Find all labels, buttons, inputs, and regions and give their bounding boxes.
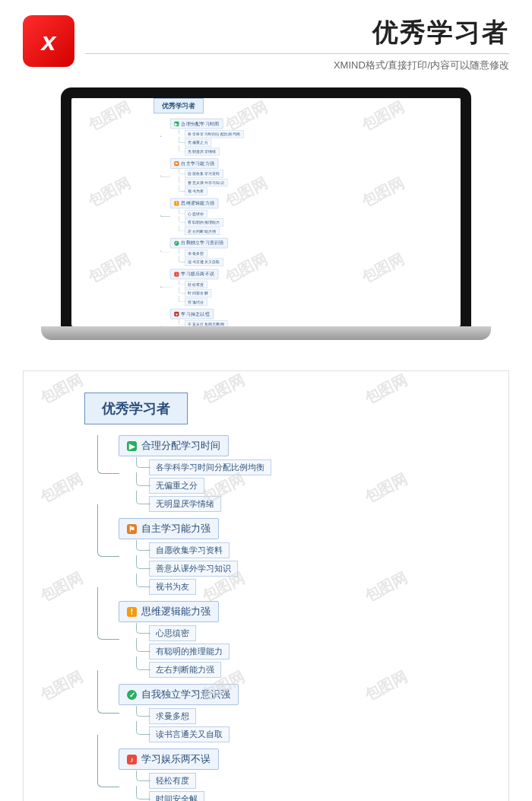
mindmap-branch: ⚑自主学习能力强自愿收集学习资料善意从课外学习知识视书为友 (170, 158, 243, 195)
branch-label: 学习持之以恒 (181, 310, 209, 317)
leaf-node[interactable]: 左右判断能力强 (149, 662, 221, 678)
play-icon: ▶ (174, 121, 179, 126)
mindmap-branch: ♥学习持之以恒不盲从打鱼两天晒网不随波逐流学习意志坚定 (170, 309, 243, 326)
mindmap-large: 优秀学习者▶合理分配学习时间各学科学习时间分配比例均衡无偏重之分无明显厌学情绪⚑… (39, 393, 271, 801)
branch-node[interactable]: ▶合理分配学习时间 (119, 435, 229, 456)
leaf-node[interactable]: 有聪明的推理能力 (185, 218, 223, 226)
branch-node[interactable]: !思维逻辑能力强 (170, 199, 218, 208)
watermark-text: 包图网 (361, 468, 411, 507)
watermark-text: 包图网 (84, 172, 135, 211)
mindmap-small: 优秀学习者▶合理分配学习时间各学科学习时间分配比例均衡无偏重之分无明显厌学情绪⚑… (132, 98, 244, 326)
watermark-text: 包图网 (84, 248, 135, 288)
leaf-node[interactable]: 轻松有度 (185, 281, 207, 288)
leaf-node[interactable]: 求曼多想 (185, 250, 207, 257)
music-icon: ♪ (174, 272, 179, 276)
check-icon: ✓ (127, 690, 137, 700)
leaf-node[interactable]: 视书为友 (185, 188, 207, 195)
mindmap-branch: ⚑自主学习能力强自愿收集学习资料善意从课外学习知识视书为友 (119, 518, 271, 595)
branch-label: 思维逻辑能力强 (181, 200, 214, 207)
watermark-text: 包图网 (84, 98, 135, 136)
watermark-text: 包图网 (358, 172, 408, 211)
branch-label: 学习娱乐两不误 (181, 271, 214, 278)
branch-node[interactable]: ⚑自主学习能力强 (170, 158, 218, 168)
branch-node[interactable]: ▶合理分配学习时间 (170, 119, 223, 129)
branch-label: 自主学习能力强 (181, 161, 214, 167)
leaf-node[interactable]: 自愿收集学习资料 (185, 170, 223, 178)
branch-label: 自主学习能力强 (141, 522, 211, 536)
branch-node[interactable]: ♪学习娱乐两不误 (170, 269, 218, 279)
page-subtitle: XMIND格式/直接打印/内容可以随意修改 (85, 53, 509, 72)
mindmap-root-node[interactable]: 优秀学习者 (154, 98, 203, 113)
leaf-node[interactable]: 善意从课外学习知识 (185, 179, 227, 186)
mindmap-branch: ▶合理分配学习时间各学科学习时间分配比例均衡无偏重之分无明显厌学情绪 (119, 435, 271, 512)
branch-node[interactable]: ♪学习娱乐两不误 (119, 749, 219, 770)
leaf-node[interactable]: 时间安全解 (149, 791, 204, 801)
watermark-text: 包图网 (358, 248, 408, 288)
leaf-node[interactable]: 读书言通关又自取 (185, 259, 223, 266)
info-icon: ! (174, 201, 179, 205)
mindmap-branch: ♪学习娱乐两不误轻松有度时间安全解劳逸结合 (119, 749, 271, 801)
branch-node[interactable]: ✓自我独立学习意识强 (119, 684, 239, 705)
flag-icon: ⚑ (174, 161, 179, 166)
xmind-icon: x (23, 15, 74, 67)
branch-label: 自我独立学习意识强 (141, 688, 230, 701)
mindmap-branch: !思维逻辑能力强心思缜密有聪明的推理能力左右判断能力强 (119, 601, 271, 678)
mindmap-panel: 优秀学习者▶合理分配学习时间各学科学习时间分配比例均衡无偏重之分无明显厌学情绪⚑… (23, 370, 509, 801)
leaf-node[interactable]: 有聪明的推理能力 (149, 644, 230, 660)
branch-node[interactable]: ♥学习持之以恒 (170, 309, 214, 319)
laptop-mock: 优秀学习者▶合理分配学习时间各学科学习时间分配比例均衡无偏重之分无明显厌学情绪⚑… (0, 80, 532, 363)
mindmap-branch: ✓自我独立学习意识强求曼多想读书言通关又自取 (119, 684, 271, 742)
leaf-node[interactable]: 读书言通关又自取 (149, 726, 230, 742)
page-header: x 优秀学习者 XMIND格式/直接打印/内容可以随意修改 (0, 15, 532, 80)
branch-label: 学习娱乐两不误 (141, 752, 211, 766)
leaf-node[interactable]: 善意从课外学习知识 (149, 561, 238, 577)
leaf-node[interactable]: 自愿收集学习资料 (149, 542, 230, 558)
branch-node[interactable]: ✓自我独立学习意识强 (170, 238, 228, 248)
watermark-text: 包图网 (361, 369, 411, 408)
leaf-node[interactable]: 求曼多想 (149, 708, 196, 724)
leaf-node[interactable]: 各学科学习时间分配比例均衡 (149, 459, 271, 475)
leaf-node[interactable]: 各学科学习时间分配比例均衡 (185, 130, 243, 138)
leaf-node[interactable]: 无明显厌学情绪 (185, 148, 220, 155)
mindmap-branch: ✓自我独立学习意识强求曼多想读书言通关又自取 (170, 238, 243, 266)
mindmap-branch: !思维逻辑能力强心思缜密有聪明的推理能力左右判断能力强 (170, 199, 243, 235)
mindmap-branch: ▶合理分配学习时间各学科学习时间分配比例均衡无偏重之分无明显厌学情绪 (170, 119, 243, 155)
mindmap-branch: ♪学习娱乐两不误轻松有度时间安全解劳逸结合 (170, 269, 243, 306)
mindmap-root-node[interactable]: 优秀学习者 (84, 393, 188, 424)
watermark-layer: 包图网包图网包图网包图网包图网包图网包图网包图网包图网 (71, 98, 461, 326)
leaf-node[interactable]: 心思缜密 (185, 210, 207, 218)
watermark-text: 包图网 (358, 98, 408, 136)
page-title: 优秀学习者 (85, 15, 509, 50)
branch-node[interactable]: !思维逻辑能力强 (119, 601, 219, 622)
watermark-text: 包图网 (361, 666, 411, 705)
leaf-node[interactable]: 无明显厌学情绪 (149, 496, 221, 512)
leaf-node[interactable]: 无偏重之分 (149, 478, 204, 494)
info-icon: ! (127, 607, 137, 617)
leaf-node[interactable]: 左右判断能力强 (185, 227, 220, 235)
heart-icon: ♥ (174, 312, 179, 316)
branch-label: 合理分配学习时间 (181, 120, 219, 127)
leaf-node[interactable]: 劳逸结合 (185, 298, 207, 306)
flag-icon: ⚑ (127, 524, 137, 534)
branch-node[interactable]: ⚑自主学习能力强 (119, 518, 219, 539)
leaf-node[interactable]: 不盲从打鱼两天晒网 (185, 320, 227, 326)
branch-label: 思维逻辑能力强 (141, 605, 211, 618)
music-icon: ♪ (127, 755, 137, 764)
leaf-node[interactable]: 轻松有度 (149, 773, 196, 789)
branch-label: 合理分配学习时间 (141, 439, 220, 453)
leaf-node[interactable]: 心思缜密 (149, 625, 196, 641)
play-icon: ▶ (127, 441, 137, 451)
branch-label: 自我独立学习意识强 (181, 240, 223, 246)
leaf-node[interactable]: 时间安全解 (185, 290, 211, 297)
watermark-text: 包图网 (361, 567, 411, 606)
check-icon: ✓ (174, 240, 179, 245)
leaf-node[interactable]: 视书为友 (149, 579, 196, 595)
leaf-node[interactable]: 无偏重之分 (185, 139, 211, 147)
